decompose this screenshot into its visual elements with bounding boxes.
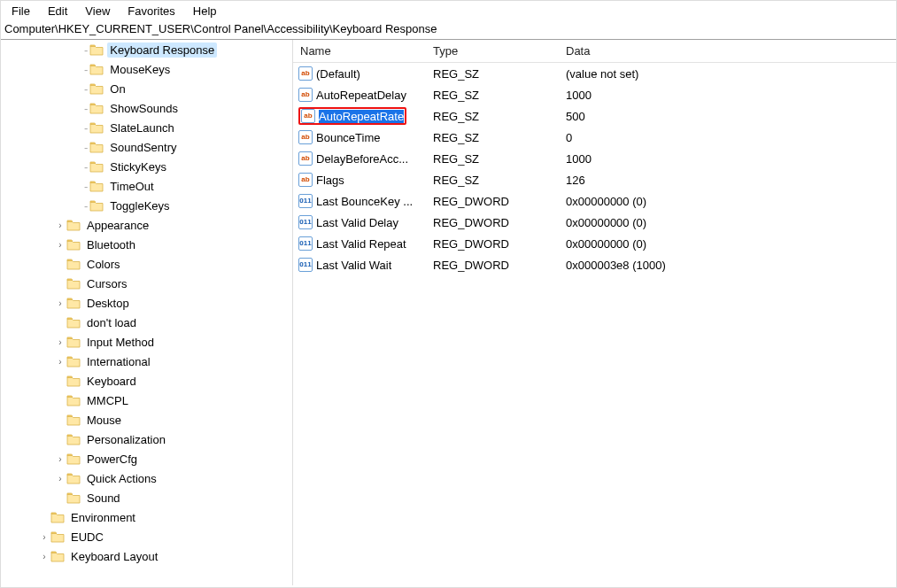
tree-connector: - bbox=[82, 141, 89, 154]
value-name-cell[interactable]: abBounceTime bbox=[293, 130, 426, 144]
folder-icon bbox=[50, 530, 65, 543]
tree-node[interactable]: MMCPL bbox=[1, 391, 292, 410]
menu-view[interactable]: View bbox=[78, 3, 117, 19]
tree-node[interactable]: ›Appearance bbox=[1, 215, 292, 235]
value-row[interactable]: abFlags REG_SZ 126 bbox=[293, 169, 896, 190]
folder-icon bbox=[66, 453, 81, 465]
tree-scroll[interactable]: -Keyboard Response -MouseKeys -On -ShowS… bbox=[1, 40, 292, 585]
value-row[interactable]: abDelayBeforeAcc... REG_SZ 1000 bbox=[293, 148, 896, 169]
menu-file[interactable]: File bbox=[4, 3, 37, 19]
value-row[interactable]: ab(Default) REG_SZ (value not set) bbox=[293, 63, 896, 84]
tree-node[interactable]: Sound bbox=[1, 488, 292, 507]
menu-help[interactable]: Help bbox=[186, 3, 224, 19]
value-name-cell[interactable]: abAutoRepeatDelay bbox=[293, 88, 426, 102]
tree-node[interactable]: don't load bbox=[1, 313, 292, 332]
tree-node-label: ShowSounds bbox=[107, 101, 181, 116]
value-row[interactable]: 011Last Valid Delay REG_DWORD 0x00000000… bbox=[293, 212, 896, 233]
folder-icon bbox=[66, 375, 81, 387]
expander-icon[interactable]: › bbox=[54, 357, 66, 367]
value-name-cell[interactable]: 011Last BounceKey ... bbox=[293, 194, 426, 208]
tree-node[interactable]: -StickyKeys bbox=[1, 157, 292, 176]
tree-node[interactable]: Mouse bbox=[1, 410, 292, 429]
tree-node[interactable]: ›Bluetooth bbox=[1, 235, 292, 254]
value-name-cell[interactable]: abDelayBeforeAcc... bbox=[293, 151, 426, 166]
tree-node[interactable]: -SoundSentry bbox=[1, 137, 292, 157]
tree-node-label: Environment bbox=[68, 510, 138, 525]
value-name-cell[interactable]: ab(Default) bbox=[293, 66, 426, 81]
header-name[interactable]: Name bbox=[293, 44, 426, 58]
tree-node[interactable]: ›Desktop bbox=[1, 293, 292, 313]
tree-node-label: Keyboard bbox=[84, 374, 139, 389]
tree-node[interactable]: -SlateLaunch bbox=[1, 118, 292, 137]
tree-node[interactable]: ›Keyboard Layout bbox=[1, 546, 292, 566]
tree-connector: - bbox=[82, 121, 89, 135]
folder-icon bbox=[89, 199, 104, 212]
value-type: REG_SZ bbox=[426, 67, 559, 81]
folder-icon bbox=[89, 121, 104, 134]
dword-value-icon: 011 bbox=[298, 258, 313, 272]
value-type: REG_SZ bbox=[426, 110, 559, 123]
value-row[interactable]: abAutoRepeatDelay REG_SZ 1000 bbox=[293, 84, 896, 105]
tree-node[interactable]: ›EUDC bbox=[1, 527, 292, 546]
tree-node-label: Keyboard Response bbox=[107, 43, 217, 58]
tree-connector: - bbox=[82, 160, 89, 174]
value-list: ab(Default) REG_SZ (value not set) abAut… bbox=[293, 63, 896, 275]
tree-node[interactable]: ›PowerCfg bbox=[1, 449, 292, 468]
tree-node[interactable]: -Keyboard Response bbox=[1, 40, 292, 59]
value-row[interactable]: abAutoRepeatRate REG_SZ 500 bbox=[293, 105, 896, 127]
tree-node-label: Input Method bbox=[84, 335, 157, 350]
tree-node[interactable]: -TimeOut bbox=[1, 176, 292, 196]
value-row[interactable]: 011Last Valid Wait REG_DWORD 0x000003e8 … bbox=[293, 254, 896, 275]
value-name-cell[interactable]: 011Last Valid Repeat bbox=[293, 236, 426, 251]
value-row[interactable]: 011Last Valid Repeat REG_DWORD 0x0000000… bbox=[293, 233, 896, 254]
value-row[interactable]: abBounceTime REG_SZ 0 bbox=[293, 127, 896, 148]
tree-node[interactable]: Environment bbox=[1, 507, 292, 527]
expander-icon[interactable]: › bbox=[54, 220, 66, 230]
tree-node[interactable]: -ShowSounds bbox=[1, 98, 292, 118]
expander-icon[interactable]: › bbox=[54, 454, 66, 464]
tree-node[interactable]: -MouseKeys bbox=[1, 59, 292, 79]
value-data: 0x00000000 (0) bbox=[559, 216, 896, 229]
tree-node-label: MouseKeys bbox=[107, 62, 173, 77]
tree-node[interactable]: Keyboard bbox=[1, 371, 292, 391]
value-name-cell[interactable]: abAutoRepeatRate bbox=[293, 107, 426, 125]
tree-node-label: MMCPL bbox=[84, 393, 131, 408]
value-data: 126 bbox=[559, 174, 896, 187]
value-type: REG_SZ bbox=[426, 89, 559, 102]
dword-value-icon: 011 bbox=[298, 215, 313, 229]
expander-icon[interactable]: › bbox=[54, 298, 66, 308]
tree-horizontal-scrollbar[interactable] bbox=[1, 571, 292, 585]
value-row[interactable]: 011Last BounceKey ... REG_DWORD 0x000000… bbox=[293, 190, 896, 212]
tree-connector: - bbox=[82, 102, 89, 115]
folder-icon bbox=[66, 491, 81, 504]
value-name: Last Valid Repeat bbox=[316, 237, 406, 251]
value-name: AutoRepeatRate bbox=[319, 110, 404, 123]
folder-icon bbox=[66, 414, 81, 426]
tree-node[interactable]: Colors bbox=[1, 254, 292, 274]
value-name-cell[interactable]: abFlags bbox=[293, 173, 426, 187]
folder-icon bbox=[89, 180, 104, 192]
list-header: Name Type Data bbox=[293, 40, 896, 63]
value-data: 0x00000000 (0) bbox=[559, 195, 896, 208]
expander-icon[interactable]: › bbox=[38, 552, 50, 561]
menu-edit[interactable]: Edit bbox=[41, 3, 74, 19]
tree-node[interactable]: ›Input Method bbox=[1, 332, 292, 352]
header-data[interactable]: Data bbox=[559, 44, 896, 58]
folder-icon bbox=[66, 336, 81, 348]
value-name-cell[interactable]: 011Last Valid Wait bbox=[293, 258, 426, 272]
value-name-cell[interactable]: 011Last Valid Delay bbox=[293, 215, 426, 229]
expander-icon[interactable]: › bbox=[38, 532, 50, 542]
expander-icon[interactable]: › bbox=[54, 337, 66, 347]
tree-node[interactable]: ›Quick Actions bbox=[1, 468, 292, 488]
header-type[interactable]: Type bbox=[426, 44, 559, 58]
address-bar[interactable]: Computer\HKEY_CURRENT_USER\Control Panel… bbox=[1, 20, 896, 40]
value-type: REG_SZ bbox=[426, 174, 559, 187]
tree-node[interactable]: -On bbox=[1, 79, 292, 98]
tree-node[interactable]: Cursors bbox=[1, 274, 292, 293]
tree-node[interactable]: Personalization bbox=[1, 429, 292, 449]
expander-icon[interactable]: › bbox=[54, 474, 66, 484]
tree-node[interactable]: -ToggleKeys bbox=[1, 196, 292, 215]
tree-node[interactable]: ›International bbox=[1, 352, 292, 371]
menu-favorites[interactable]: Favorites bbox=[120, 3, 182, 19]
expander-icon[interactable]: › bbox=[54, 240, 66, 250]
